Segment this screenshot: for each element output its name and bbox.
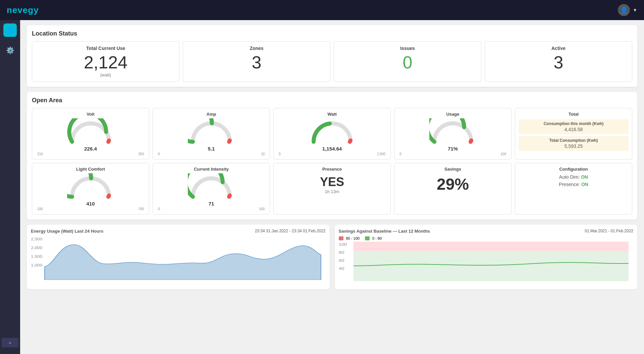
gauge-range: 0 100 bbox=[398, 152, 508, 156]
gauge-min: 0 bbox=[399, 152, 401, 156]
gauge-label: Watt bbox=[277, 112, 387, 117]
svg-text:2,500: 2,500 bbox=[31, 237, 43, 241]
sidebar-item-dashboard[interactable]: 🌐 bbox=[3, 23, 17, 37]
active-cell: Active 3 bbox=[485, 41, 632, 82]
gauge-min: 210 bbox=[37, 152, 43, 156]
gauge-wrapper bbox=[36, 173, 146, 200]
configuration-cell: Configuration Auto Dim: ON Presence: ON bbox=[515, 163, 632, 215]
gauge-range: 0 2,500 bbox=[277, 152, 387, 156]
logo: nevegy bbox=[7, 5, 39, 15]
gauge-range: 100 700 bbox=[36, 207, 146, 211]
presence-config-row: Presence: ON bbox=[519, 182, 629, 187]
gauge-wrapper bbox=[277, 118, 387, 145]
zones-label: Zones bbox=[187, 46, 326, 51]
gauge-label: Volt bbox=[36, 112, 146, 117]
total-cell-title: Total bbox=[519, 112, 629, 117]
svg-text:2,000: 2,000 bbox=[31, 246, 43, 250]
gauge-value: 71% bbox=[398, 146, 508, 152]
main-layout: 🌐 ⚙️ » Location Status Total Current Use… bbox=[0, 20, 644, 354]
svg-text:1,500: 1,500 bbox=[31, 255, 43, 259]
gauge-label: Amp bbox=[156, 112, 266, 117]
svg-text:60: 60 bbox=[339, 259, 344, 262]
location-status-card: Location Status Total Current Use 2,124 … bbox=[27, 25, 637, 87]
configuration-label: Configuration bbox=[519, 167, 629, 172]
presence-label: Presence bbox=[277, 167, 387, 172]
total-current-use-sub: (watt) bbox=[36, 72, 175, 77]
gauge-cell-usage: Usage 71% 0 100 bbox=[394, 108, 512, 160]
gauge-max: 100 bbox=[259, 207, 265, 211]
savings-chart-area: 100 80 60 40 bbox=[339, 242, 634, 285]
gauge-wrapper bbox=[398, 118, 508, 145]
nav-right: 👤 ▼ bbox=[618, 4, 637, 16]
gauge-value: 410 bbox=[36, 201, 146, 206]
issues-label: Issues bbox=[338, 46, 477, 51]
svg-rect-8 bbox=[353, 242, 628, 251]
svg-text:40: 40 bbox=[339, 267, 344, 271]
gauge-label: Usage bbox=[398, 112, 508, 117]
savings-chart-date: 01.Mar.2021 - 01.Feb.2022 bbox=[585, 229, 633, 234]
gauge-min: 0 bbox=[158, 207, 160, 211]
gauge-min: 0 bbox=[158, 152, 160, 156]
gauge-grid-row2: Light Comfort 410 100 700 Current Intens… bbox=[32, 163, 632, 215]
energy-chart-header: Energy Usage (Watt) Last 24 Hours 23:34 … bbox=[31, 229, 326, 234]
user-avatar-icon[interactable]: 👤 bbox=[618, 4, 630, 16]
gauge-value: 1,154.64 bbox=[277, 146, 387, 152]
chevron-down-icon[interactable]: ▼ bbox=[633, 7, 637, 13]
auto-dim-value: ON bbox=[581, 174, 588, 180]
savings-value: 29% bbox=[398, 175, 508, 193]
savings-cell: Savings 29% bbox=[394, 163, 512, 215]
gauge-range: 0 100 bbox=[156, 207, 266, 211]
gauge-max: 10 bbox=[261, 152, 265, 156]
energy-chart-date: 23:34 31.Jan.2022 - 23:34 01.Feb.2022 bbox=[255, 229, 326, 234]
gauge-label: Light Comfort bbox=[36, 167, 146, 172]
svg-text:80: 80 bbox=[339, 251, 344, 254]
presence-cell: Presence YES 1h 13m bbox=[273, 163, 391, 215]
auto-dim-row: Auto Dim: ON bbox=[519, 174, 629, 180]
savings-chart-card: Savings Against Baseline --- Last 12 Mon… bbox=[335, 225, 638, 289]
svg-text:100: 100 bbox=[339, 243, 347, 246]
presence-sub: 1h 13m bbox=[277, 189, 387, 194]
total-current-use-value: 2,124 bbox=[36, 54, 175, 71]
active-label: Active bbox=[489, 46, 628, 51]
total-row-value: 4,416.58 bbox=[522, 127, 625, 132]
total-row-value: 5,593.25 bbox=[522, 143, 625, 149]
topnav: nevegy 👤 ▼ bbox=[0, 0, 644, 20]
open-area-title: Open Area bbox=[32, 97, 632, 104]
gauge-cell-amp: Amp 5.1 0 10 bbox=[153, 108, 270, 160]
gauge-grid-row1: Volt 226.4 210 250 Amp 5.1 0 10 Watt 1,1… bbox=[32, 108, 632, 160]
total-current-use-cell: Total Current Use 2,124 (watt) bbox=[32, 41, 179, 82]
svg-text:1,000: 1,000 bbox=[31, 263, 43, 268]
issues-cell: Issues 0 bbox=[334, 41, 481, 82]
svg-rect-9 bbox=[353, 251, 628, 281]
gauge-cell-watt: Watt 1,154.64 0 2,500 bbox=[273, 108, 391, 160]
issues-value: 0 bbox=[338, 54, 477, 71]
gauge-wrapper bbox=[156, 173, 266, 200]
sidebar-bottom: » bbox=[2, 338, 18, 351]
legend-0-80: 0 - 80 bbox=[372, 236, 382, 240]
gauge-cell-volt: Volt 226.4 210 250 bbox=[32, 108, 149, 160]
sidebar-item-settings[interactable]: ⚙️ bbox=[3, 44, 17, 57]
gauge-value: 226.4 bbox=[36, 146, 146, 152]
auto-dim-label: Auto Dim: bbox=[559, 174, 580, 180]
gauge-wrapper bbox=[36, 118, 146, 145]
gauge-wrapper bbox=[156, 118, 266, 145]
presence-config-label: Presence: bbox=[559, 182, 580, 187]
gauge-range: 0 10 bbox=[156, 152, 266, 156]
open-area-card: Open Area Volt 226.4 210 250 Amp 5.1 0 1… bbox=[27, 92, 637, 220]
savings-label: Savings bbox=[398, 167, 508, 172]
total-row-label: Consumption this month (Kwh) bbox=[522, 121, 625, 126]
status-grid: Total Current Use 2,124 (watt) Zones 3 I… bbox=[32, 41, 632, 82]
zones-cell: Zones 3 bbox=[183, 41, 330, 82]
gauge-label: Current Intensity bbox=[156, 167, 266, 172]
gauge-cell-light-comfort: Light Comfort 410 100 700 bbox=[32, 163, 149, 215]
legend-80-100: 80 - 100 bbox=[346, 236, 360, 240]
sidebar-expand-button[interactable]: » bbox=[2, 338, 18, 347]
location-status-title: Location Status bbox=[32, 30, 632, 37]
total-row-label: Total Consumption (Kwh) bbox=[522, 138, 625, 143]
active-value: 3 bbox=[489, 54, 628, 71]
gauge-cell-current-intensity: Current Intensity 71 0 100 bbox=[153, 163, 270, 215]
energy-chart-area: 2,500 2,000 1,500 1,000 bbox=[31, 236, 326, 280]
total-row-0: Consumption this month (Kwh) 4,416.58 bbox=[519, 119, 629, 134]
total-current-use-label: Total Current Use bbox=[36, 46, 175, 51]
gauge-range: 210 250 bbox=[36, 152, 146, 156]
